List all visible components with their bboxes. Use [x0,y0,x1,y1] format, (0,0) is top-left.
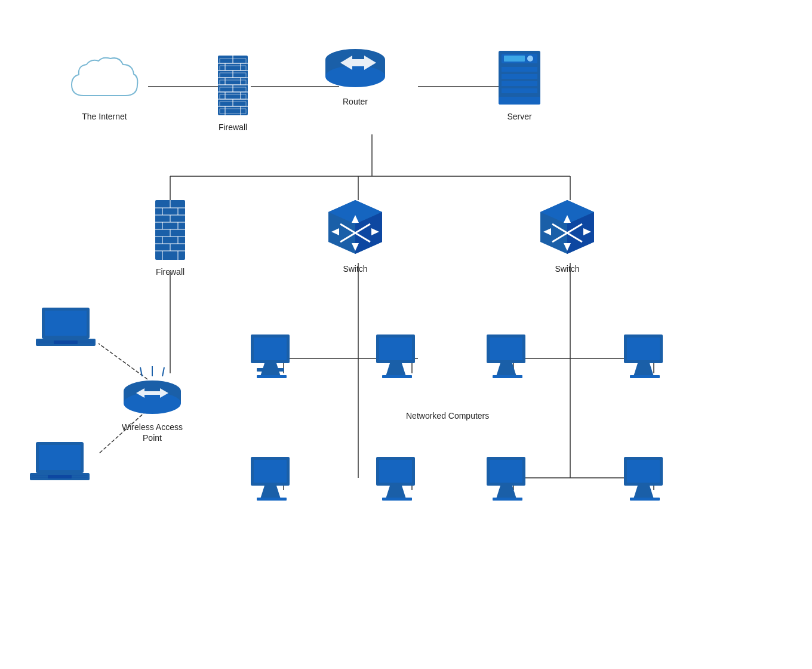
server-node: Server [496,48,543,122]
pc2-node [373,332,427,379]
svg-rect-60 [502,74,537,79]
internet-node: The Internet [66,54,143,122]
svg-rect-147 [490,460,522,483]
svg-rect-151 [627,460,660,483]
networked-computers-label: Networked Computers [406,411,489,421]
laptop1-node [33,305,99,352]
svg-line-104 [162,367,164,376]
svg-marker-140 [260,486,281,499]
svg-point-107 [124,392,181,414]
firewall1-label: Firewall [219,122,247,133]
pc8-node [621,454,675,502]
svg-rect-145 [382,498,412,501]
svg-rect-141 [257,498,287,501]
svg-marker-152 [633,486,654,499]
pc5-node [248,454,302,502]
pc4-node [621,332,675,379]
firewall2-node: Firewall [152,197,188,277]
pc3-node [484,332,537,379]
svg-marker-124 [260,363,281,376]
svg-rect-149 [493,498,522,501]
switch1-node: Switch [322,194,388,274]
svg-marker-136 [633,363,654,376]
svg-rect-30 [220,94,246,99]
svg-rect-133 [493,375,522,378]
svg-rect-63 [499,97,540,105]
svg-rect-115 [39,445,81,470]
svg-rect-57 [504,56,525,62]
switch1-label: Switch [343,263,367,274]
svg-marker-148 [496,486,516,499]
svg-rect-125 [257,375,287,378]
svg-rect-153 [630,498,660,501]
pc7-node [484,454,537,502]
svg-rect-109 [45,311,87,336]
switch2-node: Switch [534,194,600,274]
firewall2-label: Firewall [156,266,184,277]
svg-point-58 [527,56,533,62]
internet-label: The Internet [82,111,127,122]
pc6-node [373,454,427,502]
svg-rect-28 [220,80,246,85]
server-label: Server [507,111,531,122]
svg-rect-131 [490,337,522,360]
network-diagram: The Internet [0,0,812,669]
laptop2-node [27,439,93,487]
svg-rect-139 [254,460,287,483]
switch2-label: Switch [555,263,579,274]
svg-rect-62 [502,88,537,93]
svg-rect-129 [382,375,412,378]
svg-marker-132 [496,363,516,376]
svg-rect-135 [627,337,660,360]
pc1-node [248,332,302,379]
router-node: Router [322,45,388,107]
firewall1-node: Firewall [215,53,251,133]
svg-rect-26 [220,66,246,70]
svg-rect-127 [379,337,412,360]
svg-rect-32 [220,109,246,113]
svg-line-102 [140,367,142,376]
svg-point-54 [325,66,385,87]
wap-label: Wireless Access Point [122,422,183,443]
svg-marker-144 [386,486,406,499]
wap-node: Wireless Access Point [119,364,185,443]
svg-marker-128 [386,363,406,376]
svg-rect-61 [502,81,537,86]
svg-rect-59 [502,67,537,72]
svg-rect-137 [630,375,660,378]
router-label: Router [343,96,368,107]
svg-rect-143 [379,460,412,483]
svg-rect-121 [254,337,287,360]
